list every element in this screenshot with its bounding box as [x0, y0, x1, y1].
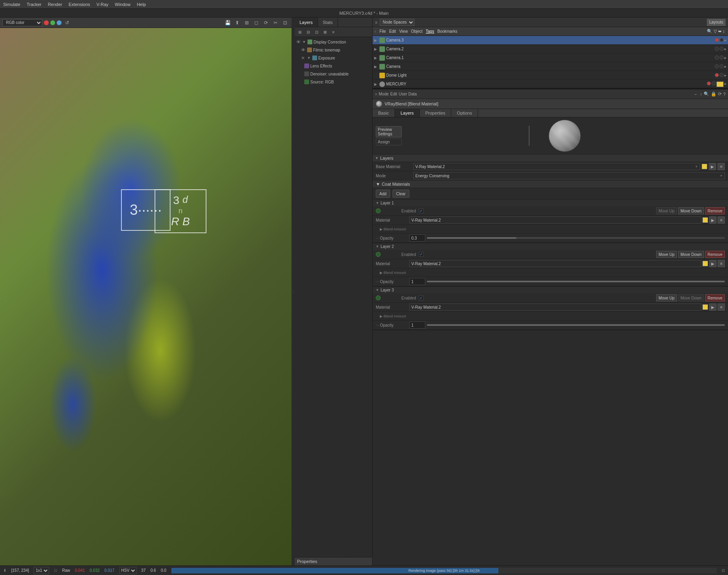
help-props-btn[interactable]: ?: [723, 92, 726, 97]
layer3-slider-track[interactable]: [427, 324, 725, 326]
tab-layers[interactable]: Layers: [295, 18, 318, 27]
layers-tb-btn-3[interactable]: ⊡: [313, 28, 320, 36]
menu-bookmarks[interactable]: Bookmarks: [437, 29, 457, 34]
ctrl-dot-8[interactable]: [720, 64, 724, 68]
eye-icon-3[interactable]: ✕: [301, 56, 306, 60]
menu-tracker[interactable]: Tracker: [27, 2, 42, 7]
add-coat-btn[interactable]: Add: [376, 190, 390, 198]
crop-btn[interactable]: ✂: [272, 19, 280, 27]
expand-icon[interactable]: ⬌: [718, 29, 722, 34]
layer3-opacity-input[interactable]: [409, 321, 425, 329]
menu-view[interactable]: View: [399, 29, 408, 34]
toolbar-refresh-btn[interactable]: ↺: [63, 19, 71, 27]
list-item[interactable]: Denoiser: unavailable: [295, 70, 372, 78]
eye-icon-1[interactable]: 👁: [296, 40, 301, 44]
layers-tb-btn-1[interactable]: ⊞: [296, 28, 303, 36]
refresh-props-btn[interactable]: ⟳: [718, 91, 722, 97]
subtab-assign[interactable]: Assign: [376, 139, 402, 145]
menu-file[interactable]: File: [379, 29, 386, 34]
history-btn[interactable]: ⟳: [262, 19, 270, 27]
nav-up-btn[interactable]: ↑: [700, 92, 702, 97]
tab-basic[interactable]: Basic: [373, 109, 395, 117]
layer2-movedown-btn[interactable]: Move Down: [678, 251, 704, 258]
layer3-remove-btn[interactable]: Remove: [705, 294, 725, 301]
info-btn[interactable]: ⊡: [281, 19, 289, 27]
material-tag[interactable]: [716, 81, 724, 87]
layer3-movedown-btn[interactable]: Move Down: [678, 294, 704, 301]
menu-help[interactable]: Help: [137, 2, 146, 7]
right-edge-handle[interactable]: ···: [289, 290, 290, 304]
layer1-opacity-input[interactable]: [409, 234, 425, 242]
menu-object[interactable]: Object: [411, 29, 423, 34]
status-icon2[interactable]: ⊡: [722, 568, 725, 573]
layer2-mat-clear[interactable]: ✕: [718, 260, 725, 267]
coat-materials-header[interactable]: ▼ Coat Materials: [373, 180, 728, 188]
layer2-opacity-input[interactable]: [409, 278, 425, 285]
tab-options[interactable]: Options: [451, 109, 478, 117]
layer1-movedown-btn[interactable]: Move Down: [678, 207, 704, 214]
edit-btn[interactable]: Edit: [390, 92, 397, 96]
search-props-btn[interactable]: 🔍: [704, 91, 709, 97]
layer3-mat-nav[interactable]: ▶: [709, 303, 716, 311]
layer2-material-field[interactable]: V-Ray Material.2: [409, 260, 701, 267]
layer1-slider-track[interactable]: [427, 237, 725, 239]
tab-layers-mat[interactable]: Layers: [395, 109, 420, 117]
layer1-header[interactable]: ▼ Layer 1: [373, 200, 728, 206]
ctrl-dot-1[interactable]: [715, 38, 719, 42]
panel-menu-icon3[interactable]: ≡: [375, 92, 377, 96]
menu-render[interactable]: Render: [48, 2, 62, 7]
mode-btn[interactable]: Mode: [379, 92, 389, 96]
menu-simulate[interactable]: Simulate: [3, 2, 20, 7]
layer1-moveup-btn[interactable]: Move Up: [656, 207, 677, 214]
color-mode-select[interactable]: RGB color: [2, 19, 42, 26]
ctrl-dot-9[interactable]: [715, 73, 719, 77]
subtab-preview-settings[interactable]: Preview Settings: [376, 126, 402, 137]
layer3-material-field[interactable]: V-Ray Material.2: [409, 303, 701, 311]
compare-btn[interactable]: ◻: [252, 19, 260, 27]
colorspace-select[interactable]: HSV: [119, 567, 137, 574]
node-spaces-select[interactable]: Node Spaces: [380, 19, 415, 26]
select-region-btn[interactable]: ⊞: [243, 19, 251, 27]
left-edge-handle[interactable]: ···: [2, 290, 3, 304]
mode-dropdown[interactable]: Energy Conserving: [413, 172, 725, 179]
list-item[interactable]: Lens Effects: [295, 62, 372, 70]
ctrl-dot-5[interactable]: [715, 56, 719, 59]
sort-icon[interactable]: ↕: [723, 29, 725, 34]
layer2-swatch[interactable]: [702, 261, 708, 266]
layer3-moveup-btn[interactable]: Move Up: [656, 294, 677, 301]
layer1-enabled[interactable]: [376, 208, 381, 213]
menu-edit[interactable]: Edit: [389, 29, 396, 34]
resize-handle-vertical[interactable]: ⋮: [292, 18, 295, 565]
list-item[interactable]: ✕ ▼ Exposure: [295, 54, 372, 62]
layer3-enabled[interactable]: [376, 295, 381, 300]
layer1-material-field[interactable]: V-Ray Material.2: [409, 216, 701, 224]
ctrl-dot-2[interactable]: [720, 38, 724, 42]
ctrl-dot-3[interactable]: [715, 47, 719, 51]
obj-more-btn6[interactable]: ▸: [724, 81, 726, 87]
ctrl-dot-12[interactable]: [712, 81, 716, 85]
panel-menu-icon2[interactable]: ≡: [374, 30, 376, 34]
layers-section-header[interactable]: ▼ Layers: [373, 155, 728, 162]
lock-btn[interactable]: 🔒: [711, 91, 716, 97]
list-item[interactable]: 👁 ▼ Display Correction: [295, 38, 372, 46]
layer2-header[interactable]: ▼ Layer 2: [373, 243, 728, 250]
filter-icon[interactable]: ▽: [714, 29, 717, 34]
layer1-enabled-checkbox[interactable]: ✓: [419, 208, 424, 213]
obj-row-camera3[interactable]: ▶ Camera.3 ▸: [373, 36, 728, 45]
menu-tags[interactable]: Tags: [426, 29, 434, 34]
layer2-mat-nav[interactable]: ▶: [709, 260, 716, 267]
layer1-remove-btn[interactable]: Remove: [705, 207, 725, 214]
layers-tb-btn-2[interactable]: ⊟: [305, 28, 312, 36]
obj-row-camera[interactable]: ▶ Camera ▸: [373, 62, 728, 71]
layer1-swatch[interactable]: [702, 217, 708, 223]
base-material-nav-btn[interactable]: ▶: [709, 163, 716, 170]
layer2-enabled-checkbox[interactable]: ✓: [419, 252, 424, 257]
layouts-btn[interactable]: Layouts: [707, 19, 726, 26]
export-render-btn[interactable]: ⬆: [233, 19, 241, 27]
layer2-slider-track[interactable]: [427, 281, 725, 282]
layer2-remove-btn[interactable]: Remove: [705, 251, 725, 258]
color-dot-green[interactable]: [50, 20, 55, 25]
list-item[interactable]: Source: RGB: [295, 78, 372, 86]
obj-more-btn[interactable]: ▸: [724, 38, 726, 42]
list-item[interactable]: 👁 Filmic tonemap: [295, 46, 372, 54]
